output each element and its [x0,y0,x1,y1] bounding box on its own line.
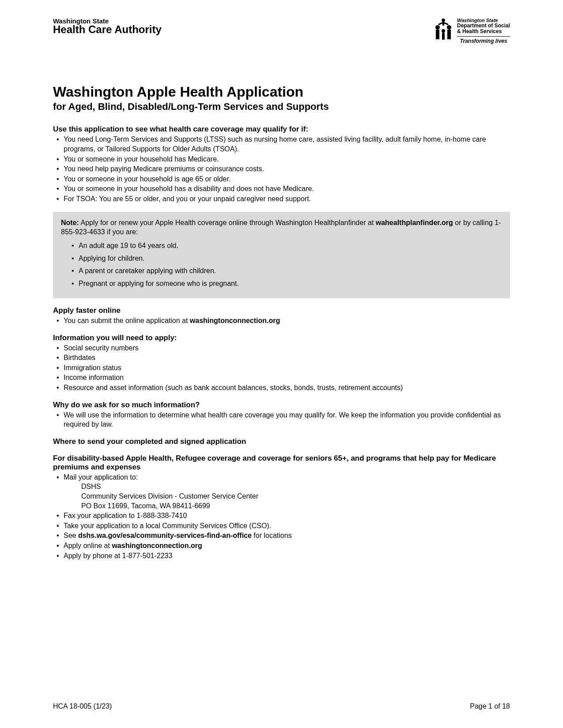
list-item: You need help paying Medicare premiums o… [64,164,510,174]
list-item: Birthdates [64,353,510,363]
list-item: You or someone in your household has a d… [64,184,510,194]
mail-item: Mail your application to: DSHS Community… [64,473,510,510]
info-needed-list: Social security numbers Birthdates Immig… [53,343,510,393]
svg-point-0 [442,19,445,22]
note-link: wahealthplanfinder.org [376,219,453,226]
use-list: You need Long-Term Services and Supports… [53,135,510,203]
see-prefix: See [64,532,78,539]
see-link: dshs.wa.gov/esa/community-services-find-… [78,532,252,539]
apply-faster-list: You can submit the online application at… [53,316,510,326]
svg-point-6 [442,29,445,33]
svg-point-2 [435,25,440,30]
hca-logo-text: Health Care Authority [53,24,162,35]
online-link: washingtonconnection.org [112,542,202,549]
list-item: For TSOA: You are 55 or older, and you o… [64,194,510,204]
apply-faster-section: Apply faster online You can submit the o… [53,306,510,326]
disability-heading: For disability-based Apple Health, Refug… [53,454,510,472]
note-box: Note: Apply for or renew your Apple Heal… [53,212,510,298]
list-item: Apply online at washingtonconnection.org [64,541,510,551]
svg-rect-5 [447,30,451,39]
why-heading: Why do we ask for so much information? [53,401,510,409]
list-item: You or someone in your household is age … [64,174,510,184]
mail-intro: Mail your application to: [64,473,138,481]
why-list: We will use the information to determine… [53,410,510,429]
info-needed-heading: Information you will need to apply: [53,334,510,342]
page-number: Page 1 of 18 [470,702,510,710]
page-footer: HCA 18-005 (1/23) Page 1 of 18 [53,702,510,710]
form-id: HCA 18-005 (1/23) [53,702,112,710]
list-item: You need Long-Term Services and Supports… [64,135,510,154]
why-section: Why do we ask for so much information? W… [53,401,510,429]
list-item: Social security numbers [64,343,510,353]
note-label: Note: [61,219,79,226]
list-item: Pregnant or applying for someone who is … [79,279,502,289]
dshs-family-icon [433,18,453,41]
use-heading: Use this application to see what health … [53,125,510,134]
list-item: Resource and asset information (such as … [64,383,510,393]
list-item: Immigration status [64,363,510,373]
disability-section: For disability-based Apple Health, Refug… [53,454,510,560]
note-lead: Note: Apply for or renew your Apple Heal… [61,218,502,237]
hca-logo-line2: Health Care Authority [53,24,162,35]
dshs-tagline: Transforming lives [457,36,510,44]
list-item: Fax your application to 1-888-338-7410 [64,511,510,521]
page-header: Washington State Health Care Authority W… [53,18,510,44]
list-item: Applying for children. [79,254,502,263]
note-text1: Apply for or renew your Apple Health cov… [80,219,375,226]
use-section: Use this application to see what health … [53,125,510,203]
list-item: You or someone in your household has Med… [64,154,510,164]
dshs-logo: Washington State Department of Social & … [433,18,510,44]
list-item: An adult age 19 to 64 years old. [79,241,502,251]
info-needed-section: Information you will need to apply: Soci… [53,334,510,393]
page-title: Washington Apple Health Application [53,84,510,100]
list-item: Income information [64,373,510,383]
svg-point-3 [447,25,451,30]
see-suffix: for locations [252,532,292,539]
addr-line: Community Services Division - Customer S… [81,492,510,501]
list-item: You can submit the online application at… [64,316,510,326]
addr-line: PO Box 11699, Tacoma, WA 98411-6699 [81,501,510,511]
note-list: An adult age 19 to 64 years old. Applyin… [61,241,502,289]
list-item: We will use the information to determine… [64,410,510,429]
page-subtitle: for Aged, Blind, Disabled/Long-Term Serv… [53,101,510,113]
svg-rect-7 [442,33,445,40]
apply-faster-link: washingtonconnection.org [190,317,280,324]
list-item: A parent or caretaker applying with chil… [79,266,502,276]
mail-address: DSHS Community Services Division - Custo… [64,482,510,510]
where-heading: Where to send your completed and signed … [53,437,510,446]
list-item: See dshs.wa.gov/esa/community-services-f… [64,531,510,540]
dshs-dept-line2: & Health Services [457,29,510,34]
apply-faster-heading: Apply faster online [53,306,510,315]
apply-faster-text: You can submit the online application at [64,317,190,324]
list-item: Take your application to a local Communi… [64,521,510,531]
hca-logo: Washington State Health Care Authority [53,18,162,35]
dshs-logo-text: Washington State Department of Social & … [457,18,510,44]
list-item: Apply by phone at 1-877-501-2233 [64,551,510,561]
svg-rect-4 [436,30,439,39]
addr-line: DSHS [81,482,510,492]
disability-list: Mail your application to: DSHS Community… [53,473,510,560]
online-prefix: Apply online at [64,542,112,549]
